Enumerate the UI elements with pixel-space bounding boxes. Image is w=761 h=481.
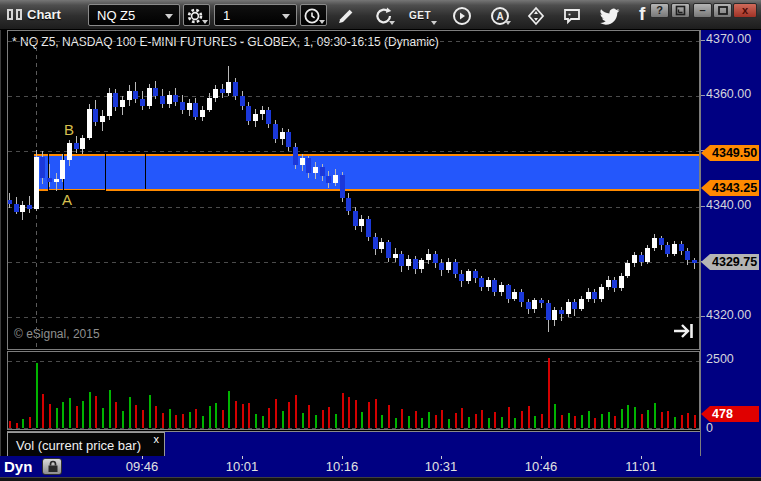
candle — [486, 280, 491, 287]
get-data-button[interactable]: GET — [408, 4, 438, 26]
price-label: 4360.00 — [706, 87, 751, 101]
candle — [426, 254, 431, 260]
volume-bar — [488, 418, 490, 428]
price-axis[interactable]: 4370.004360.004340.004320.004349.504343.… — [701, 30, 761, 477]
chevron-down-icon — [165, 14, 173, 19]
volume-gridline — [8, 361, 699, 362]
candle — [246, 106, 251, 121]
symbol-dropdown[interactable]: NQ Z5 — [88, 4, 180, 26]
volume-bar — [601, 414, 603, 428]
time-label: 09:46 — [126, 459, 159, 474]
price-label: 4340.00 — [706, 198, 751, 212]
candle — [280, 132, 285, 139]
close-button[interactable]: x — [733, 3, 757, 18]
volume-bar — [514, 418, 516, 428]
candle — [180, 102, 185, 110]
volume-bar — [135, 405, 137, 428]
chart-title: * NQ Z5, NASDAQ 100 E-MINI FUTURES - GLO… — [12, 35, 439, 49]
candle — [519, 292, 524, 302]
candle — [67, 143, 72, 160]
chat-button[interactable] — [560, 4, 584, 26]
time-label: 10:01 — [226, 459, 259, 474]
chevron-down-icon — [431, 21, 437, 25]
candle — [127, 91, 132, 100]
candle — [446, 262, 451, 270]
maximize-button[interactable] — [713, 3, 732, 18]
time-axis[interactable]: Dyn 09:4610:0110:1610:3110:4611:01 — [0, 456, 761, 477]
volume-bar — [395, 418, 397, 428]
candle — [579, 299, 584, 309]
volume-bar — [56, 408, 58, 428]
candle — [692, 260, 697, 263]
svg-text:A: A — [496, 11, 503, 22]
candle — [526, 302, 531, 309]
refresh-button[interactable] — [372, 4, 396, 26]
volume-bar — [388, 405, 390, 428]
close-tab-icon[interactable]: x — [154, 433, 160, 445]
price-gridline — [8, 151, 699, 152]
minimize-button[interactable]: – — [693, 3, 712, 18]
volume-bar — [202, 416, 204, 428]
candle — [599, 287, 604, 299]
candle — [320, 167, 325, 176]
volume-pane[interactable] — [7, 351, 700, 430]
lock-button[interactable] — [42, 458, 62, 475]
volume-bar — [568, 413, 570, 428]
volume-bar — [627, 405, 629, 428]
candle — [113, 93, 118, 107]
marker-b: B — [64, 121, 74, 138]
volume-bar — [82, 401, 84, 428]
time-label: 11:01 — [625, 459, 657, 474]
volume-study-tab[interactable]: Vol (current price bar) x — [7, 432, 165, 457]
help-button[interactable]: ? — [650, 3, 669, 18]
volume-max-label: 2500 — [706, 352, 734, 366]
auto-trade-button[interactable]: A — [488, 4, 512, 26]
volume-bar — [647, 410, 649, 428]
replay-button[interactable] — [450, 4, 474, 26]
volume-bar — [401, 409, 403, 428]
candle — [679, 244, 684, 251]
volume-bar — [494, 412, 496, 428]
candle — [393, 254, 398, 258]
volume-bar — [295, 395, 297, 428]
candle — [313, 167, 318, 173]
titlebar: Chart NQ Z5 1 — [0, 0, 761, 30]
volume-bar — [421, 418, 423, 428]
candle — [167, 95, 172, 104]
candle — [665, 245, 670, 254]
volume-bar — [36, 363, 38, 428]
candle — [386, 242, 391, 258]
dynamic-mode-button[interactable]: Dyn — [4, 458, 32, 475]
volume-bar — [428, 412, 430, 428]
draw-tool-button[interactable] — [334, 4, 358, 26]
symbol-settings-button[interactable] — [183, 4, 210, 26]
chevron-down-icon — [389, 21, 395, 25]
interval-dropdown[interactable]: 1 — [214, 4, 297, 26]
volume-bar — [501, 417, 503, 428]
volume-bar — [508, 407, 510, 428]
volume-bar — [621, 409, 623, 428]
twitter-share-button[interactable] — [596, 4, 620, 26]
candle — [619, 276, 624, 288]
price-alert-button[interactable] — [524, 4, 548, 26]
price-chart-pane[interactable]: * NQ Z5, NASDAQ 100 E-MINI FUTURES - GLO… — [7, 30, 700, 350]
axis-separator — [700, 30, 701, 456]
volume-bar — [355, 400, 357, 428]
volume-bar — [315, 415, 317, 428]
candle — [645, 248, 650, 262]
volume-bar — [342, 393, 344, 428]
price-badge: 4329.75 — [701, 254, 759, 270]
candle — [439, 263, 444, 270]
price-gridline — [8, 317, 699, 318]
candle — [326, 176, 331, 183]
time-tick — [342, 456, 343, 459]
go-to-latest-bar-button[interactable] — [672, 321, 696, 341]
dock-button[interactable] — [671, 3, 690, 18]
interval-clock-button[interactable] — [300, 4, 327, 26]
candle — [379, 242, 384, 249]
candle — [606, 280, 611, 287]
volume-bar — [255, 414, 257, 428]
volume-bar — [681, 415, 683, 428]
candle — [153, 88, 158, 96]
volume-bar — [375, 399, 377, 428]
